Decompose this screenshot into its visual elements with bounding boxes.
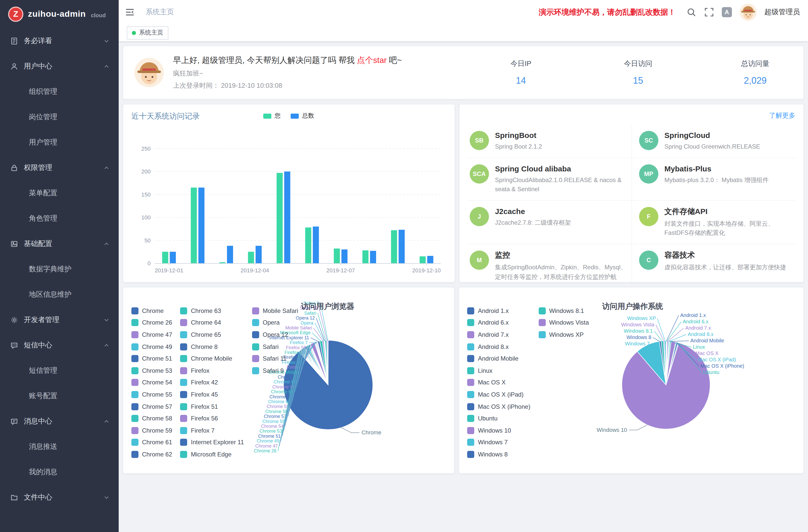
breadcrumb[interactable]: 系统主页 xyxy=(146,7,174,17)
legend-item[interactable]: Firefox 42 xyxy=(180,377,244,388)
stat-label: 总访问量 xyxy=(732,59,778,68)
legend-item[interactable]: Chrome 58 xyxy=(131,412,172,424)
legend-item[interactable]: Chrome 65 xyxy=(180,329,244,341)
legend-item[interactable]: Chrome 63 xyxy=(180,305,244,317)
legend-item[interactable]: Chrome 62 xyxy=(131,448,172,460)
font-size-icon[interactable]: A xyxy=(722,7,732,17)
legend-item[interactable]: Chrome 49 xyxy=(131,341,172,353)
legend-item[interactable]: Android 8.x xyxy=(467,341,530,353)
browser-pie-card: ChromeSafari 9Safari 11SafariOpera 12Ope… xyxy=(123,287,455,474)
sidebar-sub-item[interactable]: 我的消息 xyxy=(0,459,119,485)
stats-row: 今日IP14今日访问15总访问量2,029 xyxy=(498,59,792,86)
svg-text:Windows XP: Windows XP xyxy=(627,315,656,321)
legend-item[interactable]: Microsoft Edge xyxy=(180,448,244,460)
svg-text:Android 6.x: Android 6.x xyxy=(683,319,708,324)
legend-item[interactable]: Safari 9 xyxy=(252,365,298,377)
legend-item[interactable]: Android Mobile xyxy=(467,353,530,365)
fullscreen-icon[interactable] xyxy=(704,7,714,17)
sidebar-sub-item[interactable]: 组织管理 xyxy=(0,79,119,105)
menu-fold-icon[interactable] xyxy=(125,7,135,17)
sidebar-item[interactable]: 权限管理 xyxy=(0,155,119,181)
legend-item[interactable]: Opera xyxy=(252,317,298,329)
sidebar-item[interactable]: 开发者管理 xyxy=(0,307,119,333)
tech-badge: C xyxy=(639,251,658,270)
username[interactable]: 超级管理员 xyxy=(765,7,800,17)
user-avatar[interactable] xyxy=(739,3,757,21)
legend-item[interactable]: Mobile Safari xyxy=(252,305,298,317)
legend-item[interactable]: Chrome 8 xyxy=(180,341,244,353)
legend-item[interactable]: Android 6.x xyxy=(467,317,530,329)
legend-item[interactable]: Firefox 51 xyxy=(180,401,244,412)
legend-item[interactable]: Android 1.x xyxy=(467,305,530,317)
sidebar-sub-item[interactable]: 角色管理 xyxy=(0,206,119,231)
legend-item[interactable]: Linux xyxy=(467,365,530,377)
learn-more-link[interactable]: 了解更多 xyxy=(769,111,795,120)
legend-item[interactable]: Chrome 51 xyxy=(131,353,172,365)
legend-item[interactable]: Firefox 45 xyxy=(180,388,244,400)
legend-item[interactable]: Ubuntu xyxy=(467,412,530,424)
legend-item[interactable]: Chrome 26 xyxy=(131,317,172,329)
sidebar-item[interactable]: 消息中心 xyxy=(0,409,119,434)
sidebar-sub-item[interactable]: 账号配置 xyxy=(0,383,119,409)
legend-item[interactable]: Windows Vista xyxy=(538,317,589,329)
legend-item[interactable]: Mac OS X xyxy=(467,377,530,388)
svg-text:Android 1.x: Android 1.x xyxy=(680,312,706,318)
legend-item[interactable]: Windows 8.1 xyxy=(538,305,589,317)
sidebar-item[interactable]: 短信中心 xyxy=(0,333,119,358)
stat-value: 14 xyxy=(498,75,544,86)
legend-item[interactable]: Opera 12 xyxy=(252,329,298,341)
sidebar-sub-item[interactable]: 消息推送 xyxy=(0,434,119,459)
sidebar-item[interactable]: 文件中心 xyxy=(0,485,119,510)
tech-title: 容器技术 xyxy=(664,251,786,260)
sidebar-sub-item[interactable]: 岗位管理 xyxy=(0,105,119,130)
legend-item[interactable]: Chrome 57 xyxy=(131,401,172,412)
legend-item[interactable]: Chrome xyxy=(131,305,172,317)
star-link[interactable]: 点个star xyxy=(357,56,386,64)
sidebar-sub-item[interactable]: 地区信息维护 xyxy=(0,282,119,307)
legend-item[interactable]: Android 7.x xyxy=(467,329,530,341)
folder-icon xyxy=(10,493,18,501)
legend-item[interactable]: Chrome Mobile xyxy=(180,353,244,365)
legend-item[interactable]: Mac OS X (iPhone) xyxy=(467,401,530,412)
sidebar-sub-item[interactable]: 数据字典维护 xyxy=(0,257,119,282)
bar-chart[interactable]: 0501001502002502019-12-012019-12-042019-… xyxy=(131,143,446,277)
sidebar-sub-item[interactable]: 短信管理 xyxy=(0,358,119,383)
tab-home[interactable]: 系统主页 xyxy=(127,26,168,39)
tech-badge: MP xyxy=(639,164,658,183)
legend-item[interactable]: Firefox 56 xyxy=(180,412,244,424)
sidebar: Z zuihou-admin cloud 务必详看用户中心组织管理岗位管理用户管… xyxy=(0,0,119,532)
legend-item[interactable]: Chrome 59 xyxy=(131,424,172,436)
stat-value: 2,029 xyxy=(732,75,778,86)
sidebar-item[interactable]: 基础配置 xyxy=(0,231,119,257)
stat-block: 总访问量2,029 xyxy=(732,59,778,86)
legend-item[interactable]: Windows XP xyxy=(538,329,589,341)
legend-item[interactable]: Windows 10 xyxy=(467,424,530,436)
sidebar-sub-item[interactable]: 用户管理 xyxy=(0,130,119,155)
legend-item[interactable]: Chrome 64 xyxy=(180,317,244,329)
legend-item[interactable]: Mac OS X (iPad) xyxy=(467,388,530,400)
search-icon[interactable] xyxy=(686,7,696,17)
legend-item[interactable]: Chrome 55 xyxy=(131,388,172,400)
sidebar-sub-item[interactable]: 菜单配置 xyxy=(0,181,119,206)
legend-item[interactable]: Safari 11 xyxy=(252,353,298,365)
legend-item[interactable]: Internet Explorer 11 xyxy=(180,436,244,448)
legend-item[interactable]: Chrome 53 xyxy=(131,365,172,377)
legend-item[interactable]: Windows 7 xyxy=(467,436,530,448)
legend-item[interactable]: Firefox xyxy=(180,365,244,377)
sidebar-item-label: 消息中心 xyxy=(24,417,52,426)
svg-text:Windows 10: Windows 10 xyxy=(597,427,627,433)
legend-item[interactable]: Windows 8 xyxy=(467,448,530,460)
svg-text:250: 250 xyxy=(141,146,151,152)
sidebar-item[interactable]: 务必详看 xyxy=(0,29,119,54)
svg-text:Linux: Linux xyxy=(693,344,705,350)
legend-item[interactable]: Chrome 54 xyxy=(131,377,172,388)
legend-item[interactable]: Safari xyxy=(252,341,298,353)
legend-item[interactable]: Chrome 61 xyxy=(131,436,172,448)
legend-item[interactable]: Firefox 7 xyxy=(180,424,244,436)
app-logo[interactable]: Z zuihou-admin cloud xyxy=(0,0,119,29)
tech-desc: 虚拟化容器技术，让迁移、部署更加方便快捷 xyxy=(664,263,786,272)
chevron-down-icon xyxy=(104,63,110,70)
sidebar-item[interactable]: 用户中心 xyxy=(0,54,119,79)
legend-item[interactable]: Chrome 47 xyxy=(131,329,172,341)
logo-suffix: cloud xyxy=(91,12,106,18)
